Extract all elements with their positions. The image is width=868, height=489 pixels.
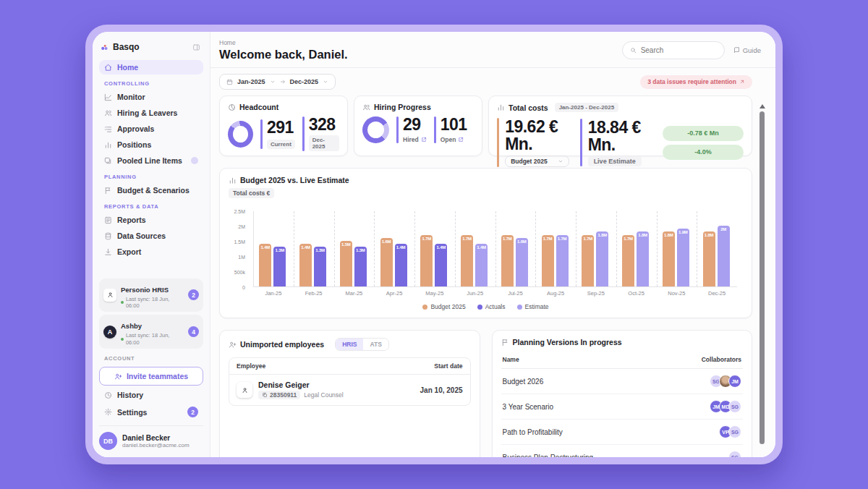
sidebar-item-label: Monitor [117,93,145,101]
database-icon [104,232,112,240]
integration-ashby[interactable]: A Ashby Last sync: 18 Jun, 06:00 4 [99,315,203,349]
employee-row[interactable]: Denise Geiger 28350911 Legal Counsel Jan… [229,375,470,405]
end-date-select[interactable]: Dec-2025 [290,78,319,85]
chart-bar[interactable]: 1.3M [273,247,286,286]
bar-value-label: 1.6M [514,239,530,244]
headcount-card: Headcount 291 Current [219,95,348,156]
book-icon [733,47,740,54]
sidebar-item-hiring-leavers[interactable]: Hiring & Leavers [99,106,203,120]
chart-bar[interactable]: 1.8M [663,231,675,286]
person-icon [242,387,248,394]
chart-bar[interactable]: 1.4M [395,244,407,286]
unimported-employees-icon [229,341,237,349]
sidebar-item-reports[interactable]: Reports [99,213,203,227]
scroll-up-arrow[interactable] [760,104,765,109]
chart-bar-group: 1.7M1.4M [414,211,455,286]
chart-bar[interactable]: 1.6M [516,238,528,286]
sidebar-item-home[interactable]: Home [99,60,203,75]
chart-plot: 1.4M1.3M1.4M1.3M1.5M1.3M1.6M1.4M1.7M1.4M… [253,211,737,287]
collaborator-avatars: JMMDSG [710,400,741,413]
tab-ats[interactable]: ATS [363,339,388,350]
last-sync-label: Last sync: 18 Jun, 06:00 [126,296,184,310]
chart-bar[interactable]: 1.7M [501,235,514,286]
search-icon [630,47,637,54]
invite-teammates-button[interactable]: Invite teammates [99,367,203,386]
chart-bar[interactable]: 1.5M [340,241,352,286]
integration-personio[interactable]: Personio HRIS Last sync: 18 Jun, 06:00 2 [99,278,203,312]
chart-bar[interactable]: 1.4M [475,244,488,286]
hired-link[interactable]: Hired [403,136,427,143]
planning-row[interactable]: Budget 2026SGJM [501,369,744,394]
employee-name: Denise Geiger [258,380,344,389]
planning-row[interactable]: Path to ProfitabilityVPSG [501,420,744,445]
x-tick-label: Dec-25 [697,290,737,297]
person-icon [107,292,114,298]
employee-id-badge[interactable]: 28350911 [258,391,300,399]
chart-bar[interactable]: 1.3M [314,247,326,286]
main-content: Home Welcome back, Daniel. Guide [210,32,775,457]
legend-dot [422,305,427,310]
chart-bar[interactable]: 1.7M [542,235,554,286]
x-tick-label: Apr-25 [374,290,414,297]
planning-row[interactable]: Business Plan RestructuringSG [501,445,744,457]
chart-bar[interactable]: 1.7M [420,235,433,286]
report-icon [104,216,112,224]
chart-title: Budget 2025 vs. Live Estimate [240,176,349,184]
last-sync-label: Last sync: 18 Jun, 06:00 [126,332,184,346]
chart-bar[interactable]: 1.4M [435,244,447,286]
chart-bar[interactable]: 1.3M [354,247,367,286]
planning-row[interactable]: 3 Year ScenarioJMMDSG [501,394,744,420]
logo-row: Basqo [99,41,203,59]
chart-bar[interactable]: 1.8M [596,231,608,286]
start-date-select[interactable]: Jan-2025 [237,78,265,85]
sidebar-item-pooled-line-items[interactable]: Pooled Line Items [99,153,203,168]
tab-hris[interactable]: HRIS [336,339,363,350]
page-header: Home Welcome back, Daniel. Guide [210,32,775,68]
sidebar-item-monitor[interactable]: Monitor [99,90,203,104]
chart-bar[interactable]: 1.8M [637,231,649,286]
date-range-picker[interactable]: Jan-2025 Dec-2025 [219,74,336,90]
gear-icon [104,408,112,416]
sidebar-item-approvals[interactable]: Approvals [99,122,203,136]
sidebar-item-positions[interactable]: Positions [99,137,203,152]
chart-bar-group: 1.5M1.3M [334,211,375,286]
delta-percent-badge: -4.0% [663,145,744,160]
main-scrollbar[interactable] [760,104,765,451]
hiring-donut [362,116,389,143]
sidebar-item-data-sources[interactable]: Data Sources [99,229,203,243]
value-accent-bar [396,116,399,143]
chart-bar[interactable]: 1.7M [461,235,473,286]
chart-bar[interactable]: 1.8M [703,231,715,286]
guide-link[interactable]: Guide [733,46,761,54]
chart-bar[interactable]: 1.9M [677,229,689,286]
open-link[interactable]: Open [441,136,467,143]
chart-bar[interactable]: 1.4M [299,244,312,286]
chart-bar[interactable]: 1.7M [582,235,594,286]
search-box[interactable] [622,41,725,59]
budget-total: 19.62 € Mn. [505,118,571,153]
search-input[interactable] [641,46,713,54]
collapse-sidebar-icon[interactable] [192,43,200,51]
headcount-current: 291 [267,119,295,136]
chart-bar[interactable]: 1.4M [259,244,271,286]
chart-bar-group: 1.8M2M [697,211,737,286]
sidebar-item-settings[interactable]: Settings 2 [99,404,203,420]
y-tick-label: 0 [242,285,245,290]
chart-bar[interactable]: 1.6M [380,238,393,286]
chart-bar[interactable]: 2M [718,226,730,286]
headcount-target-label: Dec-2025 [309,135,339,151]
column-header-employee: Employee [237,362,265,370]
clock-icon [104,391,112,399]
sidebar-item-budget-scenarios[interactable]: Budget & Scenarios [99,183,203,197]
collaborator-avatar: SG [728,425,741,438]
chart-bar[interactable]: 1.7M [622,235,634,286]
employee-role: Legal Counsel [304,391,343,399]
chart-bar[interactable]: 1.7M [556,235,569,286]
user-profile[interactable]: DB Daniel Becker daniel.becker@acme.com [99,425,203,450]
x-tick-label: Jan-25 [253,290,294,297]
sidebar-item-export[interactable]: Export [99,244,203,259]
data-issues-alert[interactable]: 3 data issues require attention [640,75,752,89]
scrollbar-thumb[interactable] [760,111,765,444]
sidebar-item-history[interactable]: History [99,388,203,402]
budget-version-select[interactable]: Budget 2025 [505,156,569,167]
